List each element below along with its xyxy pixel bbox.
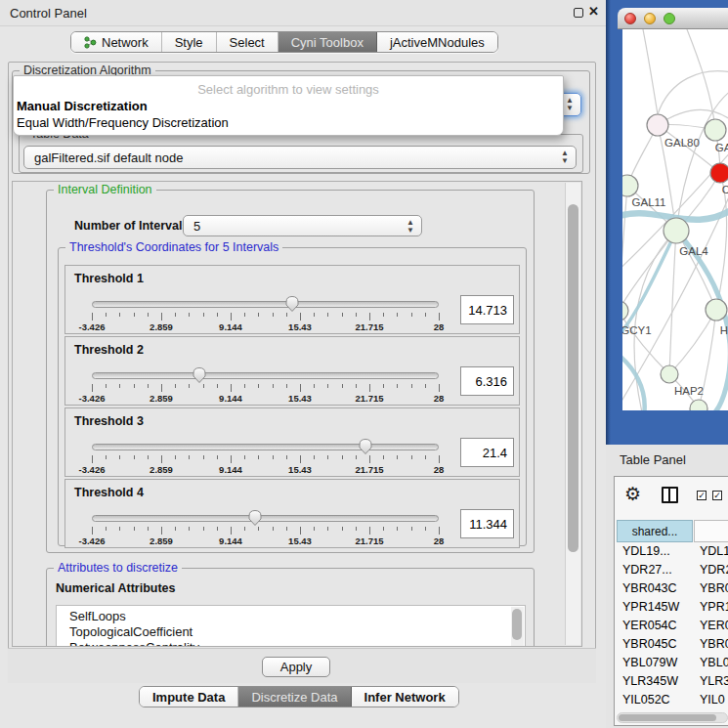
slider-track[interactable]	[92, 444, 439, 450]
cell-shared-name[interactable]: YBL079W	[617, 656, 693, 669]
attribute-list-item[interactable]: TopologicalCoefficient	[57, 624, 525, 640]
slider-thumb[interactable]	[247, 509, 263, 527]
apply-button[interactable]: Apply	[262, 657, 330, 677]
network-window-titlebar[interactable]	[618, 8, 728, 29]
tab-cyni-toolbox[interactable]: Cyni Toolbox	[278, 32, 377, 52]
settings-scrollbar-thumb[interactable]	[568, 204, 578, 552]
cell-shared-name[interactable]: YER054C	[617, 619, 693, 632]
cell-shared-name[interactable]: YDL19...	[617, 544, 693, 558]
cell-name[interactable]: YBR0	[693, 581, 728, 595]
network-edge[interactable]	[622, 231, 676, 311]
list-scrollbar-thumb[interactable]	[512, 609, 522, 640]
threshold-value-field[interactable]: 14.713	[460, 295, 514, 324]
cell-shared-name[interactable]: YLR345W	[617, 674, 693, 688]
table-row[interactable]: YER054CYER0	[617, 619, 728, 637]
checkbox-icon[interactable]: ✓	[697, 491, 707, 500]
cell-shared-name[interactable]: YBR045C	[617, 637, 693, 651]
attribute-list-item[interactable]: SelfLoops	[57, 609, 525, 624]
table-row[interactable]: YDR27...YDR2	[617, 563, 728, 581]
table-row[interactable]: YBR045CYBR0	[617, 637, 728, 656]
zoom-traffic-light[interactable]	[664, 13, 675, 24]
slider-track[interactable]	[92, 301, 439, 308]
network-node-GAL11[interactable]	[622, 175, 638, 196]
tab-jactivemnodules[interactable]: jActiveMNodules	[377, 32, 497, 52]
tab-discretize-data[interactable]: Discretize Data	[238, 687, 351, 707]
network-edge[interactable]	[642, 29, 658, 114]
cell-shared-name[interactable]: YDR27...	[617, 563, 693, 577]
slider-tick	[203, 455, 204, 459]
table-row[interactable]: YBR043CYBR0	[617, 581, 728, 600]
table-row[interactable]: YIL052CYIL0	[617, 693, 728, 711]
close-traffic-light[interactable]	[624, 13, 636, 24]
network-node-GAL80[interactable]	[647, 114, 668, 136]
table-row[interactable]: YLR345WYLR3	[617, 674, 728, 693]
slider-thumb[interactable]	[358, 438, 373, 455]
network-node-GCY1[interactable]	[622, 301, 628, 321]
table-row[interactable]: YBL079WYBL0	[617, 656, 728, 674]
slider-thumb[interactable]	[284, 295, 300, 313]
cell-name[interactable]: YDL1	[693, 544, 728, 558]
network-node-GAL4[interactable]	[664, 218, 689, 243]
dropdown-item-equal-width-frequency[interactable]: Equal Width/Frequency Discretization	[17, 115, 229, 130]
table-horizontal-scrollbar[interactable]	[617, 712, 728, 723]
threshold-slider[interactable]: -3.4262.8599.14415.4321.71528	[92, 441, 439, 474]
cell-name[interactable]: YIL0	[693, 693, 725, 707]
cell-name[interactable]: YBL0	[693, 656, 728, 669]
table-data-combo[interactable]: galFiltered.sif default node ▲▼	[23, 146, 577, 169]
threshold-value-field[interactable]: 21.4	[460, 438, 514, 467]
network-edge[interactable]	[622, 186, 627, 311]
cell-name[interactable]: YBR0	[693, 637, 728, 651]
columns-icon[interactable]	[662, 487, 678, 503]
cell-shared-name[interactable]: YPR145W	[617, 600, 693, 614]
list-scrollbar[interactable]	[511, 607, 524, 647]
cell-name[interactable]: YER0	[693, 619, 728, 632]
attribute-list-item[interactable]: BetweennessCentrality	[57, 640, 525, 647]
cell-shared-name[interactable]: YIL052C	[617, 693, 693, 707]
cell-name[interactable]: YDR2	[693, 563, 728, 577]
threshold-slider[interactable]: -3.4262.8599.14415.4321.71528	[92, 512, 439, 545]
checkbox-icon[interactable]: ✓	[712, 491, 722, 500]
network-node-HAP2[interactable]	[661, 365, 678, 383]
gear-icon[interactable]: ⚙	[624, 483, 641, 505]
network-edge[interactable]	[669, 310, 716, 374]
slider-tick	[148, 313, 149, 317]
network-node-H[interactable]	[706, 299, 727, 321]
table-horizontal-scrollbar-thumb[interactable]	[619, 714, 716, 721]
cell-name[interactable]: YLR3	[693, 674, 728, 688]
network-canvas[interactable]: GAL80GACGAL11GAL4GCY1HHAP2	[622, 29, 728, 410]
column-header-name[interactable]: n...	[694, 520, 728, 542]
number-of-intervals-combo[interactable]: 5 ▲▼	[183, 215, 422, 236]
cell-shared-name[interactable]: YBR043C	[617, 581, 693, 595]
network-edge-thick[interactable]	[676, 231, 728, 410]
threshold-slider[interactable]: -3.4262.8599.14415.4321.71528	[92, 298, 439, 331]
number-of-intervals-value: 5	[193, 219, 200, 234]
network-edge[interactable]	[669, 231, 676, 374]
tab-impute-data[interactable]: Impute Data	[140, 687, 238, 707]
network-edge[interactable]	[658, 71, 728, 114]
slider-track[interactable]	[92, 372, 439, 379]
tab-style[interactable]: Style	[162, 32, 217, 52]
tab-network[interactable]: Network	[71, 32, 162, 52]
settings-scrollbar[interactable]	[565, 183, 580, 645]
network-node-C[interactable]	[710, 163, 728, 183]
table-row[interactable]: YDL19...YDL1	[617, 544, 728, 563]
numerical-attributes-list[interactable]: SelfLoopsTopologicalCoefficientBetweenne…	[56, 605, 526, 647]
slider-track[interactable]	[92, 515, 439, 522]
table-row[interactable]: YPR145WYPR1	[617, 600, 728, 619]
network-node-partial[interactable]	[690, 400, 707, 410]
tab-infer-network[interactable]: Infer Network	[352, 687, 458, 707]
dropdown-item-manual-discretization[interactable]: Manual Discretization	[17, 99, 148, 113]
threshold-value-field[interactable]: 11.344	[460, 509, 514, 538]
threshold-value-field[interactable]: 6.316	[460, 366, 514, 396]
network-edge[interactable]	[676, 231, 716, 310]
minimize-traffic-light[interactable]	[644, 13, 656, 24]
cell-name[interactable]: YPR1	[693, 600, 728, 614]
network-node-GA[interactable]	[705, 119, 726, 141]
tab-select[interactable]: Select	[217, 32, 278, 52]
slider-thumb[interactable]	[192, 366, 207, 384]
column-header-shared[interactable]: shared...	[617, 520, 693, 542]
threshold-slider[interactable]: -3.4262.8599.14415.4321.71528	[92, 369, 439, 403]
network-node-label: GAL11	[632, 196, 666, 208]
close-icon[interactable]: ✕	[588, 4, 599, 19]
float-window-icon[interactable]	[574, 8, 583, 18]
